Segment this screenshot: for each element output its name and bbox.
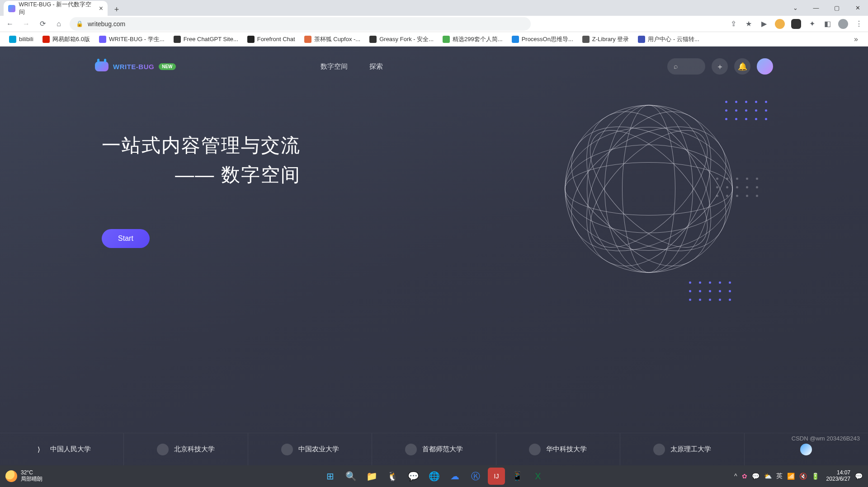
back-button[interactable]: ← bbox=[5, 19, 15, 29]
user-avatar[interactable] bbox=[757, 58, 773, 75]
bookmark-item[interactable]: ProcessOn思维导... bbox=[508, 33, 577, 45]
bookmark-label: 精选299套个人简... bbox=[453, 35, 503, 43]
university-name: 中国人民大学 bbox=[50, 445, 91, 454]
bookmark-item[interactable]: 茶杯狐 Cupfox -... bbox=[301, 33, 364, 45]
university-item[interactable]: 华中科技大学 bbox=[496, 433, 620, 465]
nav-explore[interactable]: 探索 bbox=[369, 62, 383, 71]
bookmark-item[interactable]: 网易邮箱6.0版 bbox=[39, 33, 94, 45]
bookmark-favicon bbox=[304, 36, 311, 43]
extensions-icon[interactable]: ✦ bbox=[807, 19, 816, 28]
close-icon[interactable]: × bbox=[99, 5, 103, 13]
bookmark-favicon bbox=[174, 36, 181, 43]
university-icon bbox=[529, 444, 541, 455]
app-icon[interactable]: IJ bbox=[488, 468, 505, 485]
hero: 一站式内容管理与交流 —— 数字空间 Start bbox=[102, 132, 301, 248]
bookmark-item[interactable]: Greasy Fork - 安全... bbox=[366, 33, 437, 45]
bookmark-favicon bbox=[9, 36, 16, 43]
bookmark-item[interactable]: Free ChatGPT Site... bbox=[170, 34, 242, 45]
weather-desc: 局部晴朗 bbox=[21, 476, 42, 482]
battery-icon[interactable]: 🔋 bbox=[811, 473, 819, 480]
volume-icon[interactable]: 🔇 bbox=[799, 473, 807, 480]
tray-icon[interactable]: ✿ bbox=[742, 473, 747, 480]
university-item[interactable]: 北京科技大学 bbox=[124, 433, 248, 465]
university-item[interactable]: ⟩中国人民大学 bbox=[0, 433, 124, 465]
close-window-icon[interactable]: ✕ bbox=[847, 0, 868, 16]
bookmark-favicon bbox=[512, 36, 519, 43]
university-item[interactable]: 中国农业大学 bbox=[248, 433, 372, 465]
svg-point-4 bbox=[623, 105, 675, 273]
bookmark-star-icon[interactable]: ★ bbox=[744, 19, 753, 28]
browser-tab[interactable]: WRITE-BUG - 新一代数字空间 × bbox=[4, 1, 108, 16]
extension-icon[interactable] bbox=[791, 19, 801, 29]
taskbar-center: ⊞ 🔍 📁 🐧 💬 🌐 ☁ Ⓚ IJ 📱 X bbox=[321, 468, 547, 485]
weather-widget[interactable]: 32°C 局部晴朗 bbox=[5, 470, 42, 482]
excel-icon[interactable]: X bbox=[529, 468, 547, 485]
sidepanel-icon[interactable]: ◧ bbox=[823, 19, 832, 28]
start-menu-icon[interactable]: ⊞ bbox=[321, 468, 339, 485]
search-button[interactable]: ⌕ bbox=[667, 58, 705, 75]
profile-avatar[interactable] bbox=[838, 19, 848, 29]
bookmark-label: Z-Library 登录 bbox=[592, 35, 629, 43]
page-content: WRITE-BUG NEW 数字空间 探索 ⌕ ＋ 🔔 一站式内容管理与交流 —… bbox=[0, 47, 868, 465]
menu-icon[interactable]: ⋮ bbox=[854, 19, 863, 28]
chrome-icon[interactable]: 🌐 bbox=[425, 468, 443, 485]
share-icon[interactable]: ⇪ bbox=[729, 19, 738, 28]
ime-indicator[interactable]: 英 bbox=[776, 472, 783, 480]
explorer-icon[interactable]: 📁 bbox=[363, 468, 380, 485]
chevron-down-icon[interactable]: ⌄ bbox=[785, 0, 806, 16]
university-icon bbox=[281, 444, 293, 455]
bookmark-label: WRITE-BUG - 学生... bbox=[109, 35, 165, 43]
hero-heading-line1: 一站式内容管理与交流 bbox=[102, 132, 301, 159]
bookmark-favicon bbox=[42, 36, 50, 43]
clock[interactable]: 14:07 2023/6/27 bbox=[826, 470, 850, 482]
search-icon: ⌕ bbox=[674, 62, 678, 70]
temperature: 32°C bbox=[21, 470, 42, 476]
bookmark-item[interactable]: Forefront Chat bbox=[244, 34, 299, 45]
maximize-icon[interactable]: ▢ bbox=[826, 0, 847, 16]
extension-icon[interactable] bbox=[775, 19, 785, 29]
decorative-dots bbox=[725, 101, 769, 120]
app-icon[interactable]: ☁ bbox=[446, 468, 463, 485]
bookmark-label: 网易邮箱6.0版 bbox=[52, 35, 90, 43]
logo-text: WRITE-BUG bbox=[113, 63, 154, 70]
search-icon[interactable]: 🔍 bbox=[342, 468, 359, 485]
notifications-button[interactable]: 🔔 bbox=[734, 58, 750, 75]
decorative-dots bbox=[716, 178, 760, 197]
site-logo[interactable]: WRITE-BUG NEW bbox=[95, 61, 176, 71]
bookmark-label: ProcessOn思维导... bbox=[522, 35, 573, 43]
start-button[interactable]: Start bbox=[102, 229, 150, 248]
play-icon[interactable]: ▶ bbox=[760, 19, 769, 28]
app-icon[interactable]: 🐧 bbox=[384, 468, 401, 485]
new-tab-button[interactable]: + bbox=[110, 3, 123, 16]
system-tray: ^ ✿ 💬 ⛅ 英 📶 🔇 🔋 14:07 2023/6/27 💬 bbox=[734, 470, 863, 482]
svg-point-2 bbox=[565, 145, 733, 233]
bookmark-item[interactable]: 用户中心 - 云猫转... bbox=[634, 33, 703, 45]
bookmark-item[interactable]: 精选299套个人简... bbox=[439, 33, 506, 45]
nav-digital-space[interactable]: 数字空间 bbox=[321, 62, 348, 71]
bookmark-item[interactable]: WRITE-BUG - 学生... bbox=[95, 33, 168, 45]
app-icon[interactable]: 📱 bbox=[509, 468, 526, 485]
minimize-icon[interactable]: — bbox=[806, 0, 826, 16]
bookmark-label: Free ChatGPT Site... bbox=[184, 36, 238, 42]
tray-chevron-icon[interactable]: ^ bbox=[734, 473, 737, 480]
bookmark-item[interactable]: Z-Library 登录 bbox=[579, 33, 633, 45]
bookmark-favicon bbox=[99, 36, 106, 43]
home-button[interactable]: ⌂ bbox=[53, 19, 64, 29]
reload-button[interactable]: ⟳ bbox=[37, 19, 48, 29]
university-item[interactable]: 首都师范大学 bbox=[372, 433, 496, 465]
wechat-icon[interactable]: 💬 bbox=[405, 468, 422, 485]
add-button[interactable]: ＋ bbox=[712, 58, 728, 75]
bookmark-label: bilibili bbox=[19, 36, 33, 42]
university-item[interactable]: 太原理工大学 bbox=[620, 433, 744, 465]
notifications-icon[interactable]: 💬 bbox=[855, 473, 863, 480]
wifi-icon[interactable]: 📶 bbox=[787, 473, 795, 480]
address-bar: ← → ⟳ ⌂ 🔒 writebug.com ⇪ ★ ▶ ✦ ◧ ⋮ bbox=[0, 16, 868, 32]
bookmark-item[interactable]: bilibili bbox=[5, 34, 37, 45]
time: 14:07 bbox=[826, 470, 850, 476]
tray-icon[interactable]: 💬 bbox=[752, 473, 760, 480]
forward-button[interactable]: → bbox=[21, 19, 32, 29]
tray-icon[interactable]: ⛅ bbox=[764, 473, 772, 480]
app-icon[interactable]: Ⓚ bbox=[467, 468, 484, 485]
bookmarks-overflow[interactable]: » bbox=[849, 35, 863, 43]
url-input[interactable]: 🔒 writebug.com bbox=[70, 17, 531, 31]
